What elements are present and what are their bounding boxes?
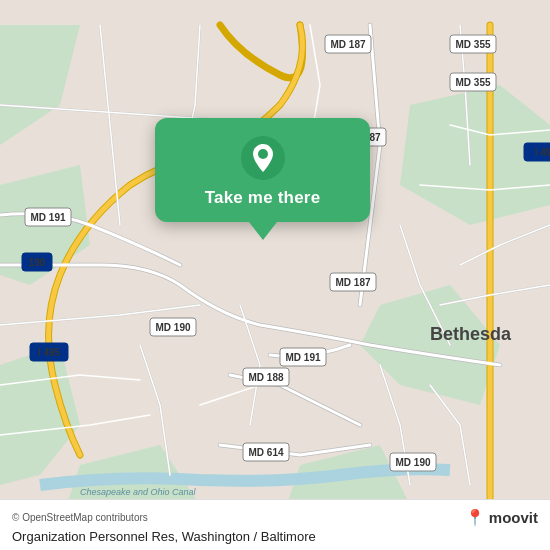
- svg-text:I 495: I 495: [38, 347, 61, 358]
- moovit-pin-icon: 📍: [465, 508, 485, 527]
- svg-text:MD 355: MD 355: [455, 39, 490, 50]
- location-pin-icon: [241, 136, 285, 180]
- svg-text:MD 187: MD 187: [330, 39, 365, 50]
- svg-text:MD 191: MD 191: [285, 352, 320, 363]
- popup-card[interactable]: Take me there: [155, 118, 370, 222]
- svg-text:190: 190: [29, 257, 46, 268]
- svg-text:MD 190: MD 190: [395, 457, 430, 468]
- moovit-logo: 📍 moovit: [465, 508, 538, 527]
- bottom-bar: © OpenStreetMap contributors 📍 moovit Or…: [0, 499, 550, 550]
- svg-text:MD 190: MD 190: [155, 322, 190, 333]
- svg-text:MD 191: MD 191: [30, 212, 65, 223]
- moovit-brand: moovit: [489, 509, 538, 526]
- svg-text:MD 187: MD 187: [335, 277, 370, 288]
- svg-text:MD 188: MD 188: [248, 372, 283, 383]
- city-label: Bethesda: [430, 324, 512, 344]
- svg-text:MD 614: MD 614: [248, 447, 283, 458]
- popup-label: Take me there: [205, 188, 321, 208]
- svg-text:Chesapeake and Ohio Canal: Chesapeake and Ohio Canal: [80, 487, 197, 497]
- svg-text:I 49: I 49: [535, 147, 550, 158]
- map-container: Chesapeake and Ohio Canal: [0, 0, 550, 550]
- osm-attribution: © OpenStreetMap contributors: [12, 512, 148, 523]
- svg-text:MD 355: MD 355: [455, 77, 490, 88]
- svg-point-40: [258, 149, 268, 159]
- destination-label: Organization Personnel Res, Washington /…: [12, 529, 538, 544]
